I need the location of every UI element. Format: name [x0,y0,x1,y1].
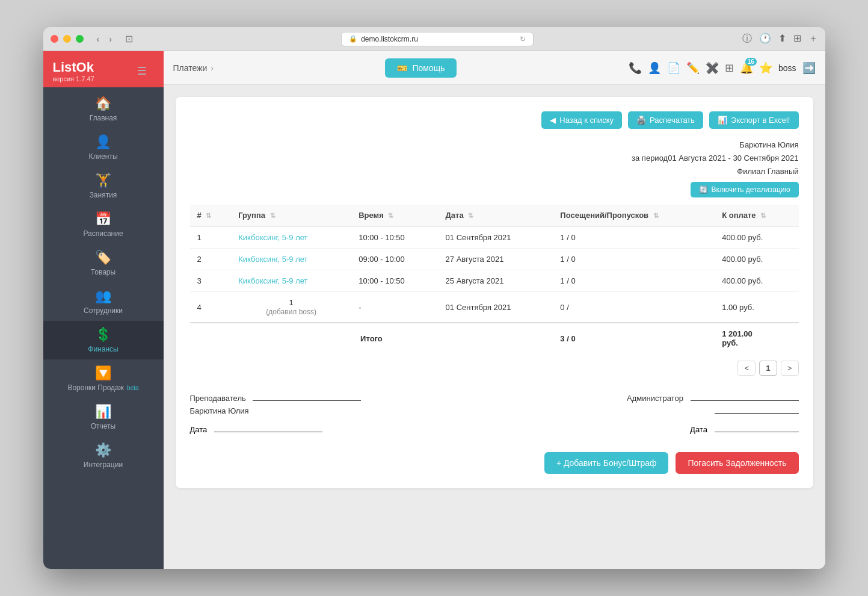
sidebar-item-home-label: Главная [90,114,117,122]
sidebar-item-classes[interactable]: 🏋️ Занятия [43,167,164,205]
prev-page-button[interactable]: < [737,361,756,376]
clock-icon[interactable]: 🕐 [759,33,771,45]
total-amount: 1 201.00руб. [715,323,798,353]
excel-icon: 📊 [718,116,727,125]
phone-icon[interactable]: 📞 [629,61,642,75]
window-icon[interactable]: ⊞ [793,33,801,45]
excel-button[interactable]: 📊 Экспорт в Excel! [709,111,798,129]
minimize-window-button[interactable] [63,35,71,43]
edit-icon[interactable]: ✏️ [686,61,700,75]
sidebar-item-finance[interactable]: 💲 Финансы [43,321,164,359]
print-button[interactable]: 🖨️ Распечатать [628,111,703,129]
forward-nav-button[interactable]: › [105,33,115,45]
refresh-icon[interactable]: ↻ [520,35,526,43]
print-label: Распечатать [650,116,695,125]
col-visits: Посещений/Пропусков ⇅ [553,205,715,226]
sidebar: ListOk версия 1.7.47 ☰ 🏠 Главная 👤 Клиен… [43,51,164,569]
cell-group: 1(добавил boss) [231,292,351,323]
sidebar-item-reports-label: Отчеты [91,422,115,430]
cell-amount: 400.00 руб. [715,249,798,270]
top-bar-center: 🎫 Помощь [221,58,621,78]
sidebar-collapse-button[interactable]: ☰ [132,60,152,82]
sidebar-item-funnel[interactable]: 🔽 Воронки Продаж beta [43,359,164,398]
sidebar-item-schedule[interactable]: 📅 Расписание [43,205,164,244]
user-card-icon[interactable]: 👤 [648,61,661,75]
sort-amount-icon[interactable]: ⇅ [760,212,766,219]
grid-icon[interactable]: ⊞ [725,61,734,75]
notification-bell[interactable]: 🔔 16 [740,61,753,75]
mac-window: ‹ › ⊡ 🔒 demo.listokcrm.ru ↻ ⓘ 🕐 ⬆ ⊞ ＋ [43,27,825,569]
signature-section: Преподаватель Барютина Юлия Дата А [190,394,799,434]
add-bonus-button[interactable]: + Добавить Бонус/Штраф [544,452,669,474]
close-window-button[interactable] [51,35,58,43]
sidebar-item-goods[interactable]: 🏷️ Товары [43,244,164,282]
schedule-icon: 📅 [95,211,111,227]
breadcrumb: Платежи › [173,63,214,73]
nav-buttons: ‹ › [93,33,115,45]
pay-debt-button[interactable]: Погасить Задолженность [676,452,798,474]
sidebar-item-integrations[interactable]: ⚙️ Интеграции [43,436,164,475]
group-link[interactable]: Кикбоксинг, 5-9 лет [238,276,307,285]
star-icon[interactable]: ⭐ [759,61,772,75]
excel-label: Экспорт в Excel! [731,116,790,125]
cancel-icon[interactable]: ✖️ [706,61,719,75]
sidebar-item-staff[interactable]: 👥 Сотрудники [43,282,164,321]
sig-left: Преподаватель Барютина Юлия Дата [190,394,494,434]
plus-icon[interactable]: ＋ [808,33,818,45]
group-link[interactable]: Кикбоксинг, 5-9 лет [238,233,307,242]
cell-num: 4 [190,292,232,323]
cell-date: 01 Сентября 2021 [439,226,553,249]
sort-num-icon[interactable]: ⇅ [206,212,211,219]
logo-version: версия 1.7.47 [53,75,94,82]
share-icon[interactable]: ⬆ [778,33,786,45]
sidebar-item-clients[interactable]: 👤 Клиенты [43,128,164,167]
titlebar-right-icons: ⓘ 🕐 ⬆ ⊞ ＋ [742,33,818,45]
main-area: Платежи › 🎫 Помощь 📞 👤 📄 ✏️ ✖️ ⊞ [164,51,825,569]
url-bar[interactable]: 🔒 demo.listokcrm.ru ↻ [341,32,534,46]
classes-icon: 🏋️ [95,173,111,188]
app-container: ListOk версия 1.7.47 ☰ 🏠 Главная 👤 Клиен… [43,51,825,569]
pagination: < 1 > [190,361,799,376]
info-icon[interactable]: ⓘ [742,33,752,45]
cell-date: 27 Августа 2021 [439,249,553,270]
col-group: Группа ⇅ [231,205,351,226]
tab-icon[interactable]: ⊡ [125,33,133,45]
sort-visits-icon[interactable]: ⇅ [653,212,659,219]
clients-icon: 👤 [95,134,111,150]
cell-group: Кикбоксинг, 5-9 лет [231,226,351,249]
sort-date-icon[interactable]: ⇅ [468,212,473,219]
logout-icon[interactable]: ➡️ [802,61,816,75]
sidebar-item-reports[interactable]: 📊 Отчеты [43,398,164,436]
payments-table: # ⇅ Группа ⇅ Время ⇅ [190,205,799,353]
cell-amount: 400.00 руб. [715,270,798,292]
back-to-list-button[interactable]: ◀ Назад к списку [541,111,622,129]
report-header: Барютина Юлия за период01 Августа 2021 -… [190,138,799,197]
sidebar-item-goods-label: Товары [91,268,115,276]
sort-time-icon[interactable]: ⇅ [388,212,393,219]
cell-visits: 1 / 0 [553,226,715,249]
back-nav-button[interactable]: ‹ [93,33,103,45]
group-link[interactable]: Кикбоксинг, 5-9 лет [238,255,307,264]
breadcrumb-link[interactable]: Платежи [173,63,208,73]
next-page-button[interactable]: > [781,361,799,376]
sig-right: Администратор Дата [494,394,799,434]
sort-group-icon[interactable]: ⇅ [270,212,275,219]
date-label-right: Дата [494,425,799,434]
address-bar: 🔒 demo.listokcrm.ru ↻ [138,32,737,46]
sidebar-item-home[interactable]: 🏠 Главная [43,90,164,128]
document-icon[interactable]: 📄 [667,61,680,75]
detail-button[interactable]: 🔄 Включить детализацию [691,182,799,197]
beta-badge: beta [127,385,138,391]
cell-time: 10:00 - 10:50 [351,270,438,292]
help-icon: 🎫 [397,63,407,73]
teacher-signature-line [253,400,361,401]
cell-time: 09:00 - 10:00 [351,249,438,270]
help-label: Помощь [412,63,445,73]
content-card: ◀ Назад к списку 🖨️ Распечатать 📊 Экспор… [176,97,813,488]
maximize-window-button[interactable] [76,35,84,43]
col-date: Дата ⇅ [439,205,553,226]
help-button[interactable]: 🎫 Помощь [385,58,457,78]
detail-icon: 🔄 [699,185,708,194]
current-page-button[interactable]: 1 [759,361,777,376]
staff-icon: 👥 [95,288,111,304]
